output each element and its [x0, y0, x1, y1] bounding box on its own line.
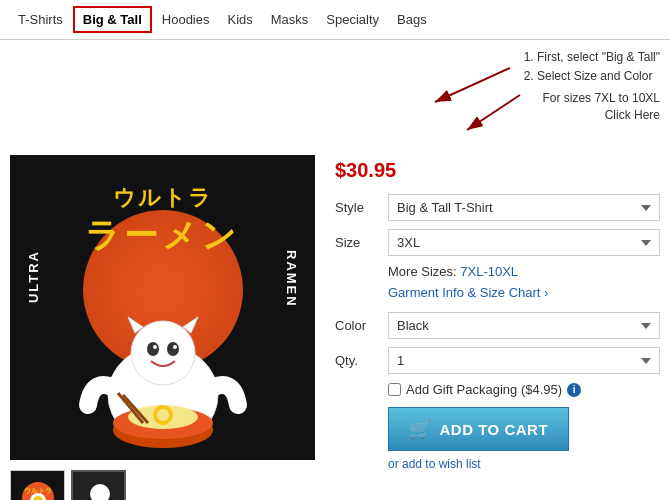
- annotation-sizes-text: For sizes 7XL to 10XL Click Here: [542, 90, 660, 124]
- qty-label: Qty.: [335, 353, 380, 368]
- more-sizes-link[interactable]: More Sizes: 7XL-10XL: [388, 264, 660, 279]
- qty-row: Qty. 12345: [335, 347, 660, 374]
- nav-masks[interactable]: Masks: [263, 8, 317, 31]
- svg-point-5: [131, 321, 195, 385]
- thumbnails: ウルトラ: [10, 470, 126, 500]
- nav-hoodies[interactable]: Hoodies: [154, 8, 218, 31]
- main-product-image: ウルトラ ラーメン ULTRA RAMEN: [10, 155, 315, 460]
- annotation-text: 1. First, select "Big & Tall" 2. Select …: [524, 48, 660, 86]
- gift-label: Add Gift Packaging ($4.95): [406, 382, 562, 397]
- thumbnail-2[interactable]: [71, 470, 126, 500]
- nav-kids[interactable]: Kids: [219, 8, 260, 31]
- more-sizes-value: 7XL-10XL: [460, 264, 518, 279]
- add-to-cart-button[interactable]: 🛒 ADD TO CART: [388, 407, 569, 451]
- image-area: ウルトラ ラーメン ULTRA RAMEN: [10, 155, 320, 500]
- wish-list-link[interactable]: or add to wish list: [388, 457, 660, 471]
- color-row: Color BlackWhiteNavyRed: [335, 312, 660, 339]
- svg-line-1: [467, 95, 520, 130]
- product-details: $30.95 Style Big & Tall T-Shirt Gildan U…: [335, 155, 660, 500]
- svg-point-7: [167, 342, 179, 356]
- size-label: Size: [335, 235, 380, 250]
- qty-select[interactable]: 12345: [388, 347, 660, 374]
- svg-point-9: [173, 345, 177, 349]
- nav-bar: T-Shirts Big & Tall Hoodies Kids Masks S…: [0, 0, 670, 40]
- svg-text:ウルトラ: ウルトラ: [24, 487, 52, 494]
- svg-line-0: [435, 68, 510, 102]
- product-price: $30.95: [335, 159, 660, 182]
- nav-specialty[interactable]: Specialty: [318, 8, 387, 31]
- nav-bags[interactable]: Bags: [389, 8, 435, 31]
- size-select[interactable]: SMLXL 2XL3XL4XL5XL6XL: [388, 229, 660, 256]
- style-select[interactable]: Big & Tall T-Shirt Gildan Ultra Cotton: [388, 194, 660, 221]
- nav-big-tall[interactable]: Big & Tall: [73, 6, 152, 33]
- main-content: ウルトラ ラーメン ULTRA RAMEN: [0, 145, 670, 500]
- color-label: Color: [335, 318, 380, 333]
- annotations-area: 1. First, select "Big & Tall" 2. Select …: [0, 40, 670, 145]
- size-row: Size SMLXL 2XL3XL4XL5XL6XL: [335, 229, 660, 256]
- cart-icon: 🛒: [409, 418, 432, 440]
- svg-point-6: [147, 342, 159, 356]
- style-label: Style: [335, 200, 380, 215]
- gift-row: Add Gift Packaging ($4.95) i: [388, 382, 660, 397]
- nav-tshirts[interactable]: T-Shirts: [10, 8, 71, 31]
- gift-checkbox[interactable]: [388, 383, 401, 396]
- more-sizes-prefix: More Sizes:: [388, 264, 460, 279]
- thumbnail-1[interactable]: ウルトラ: [10, 470, 65, 500]
- color-select[interactable]: BlackWhiteNavyRed: [388, 312, 660, 339]
- style-row: Style Big & Tall T-Shirt Gildan Ultra Co…: [335, 194, 660, 221]
- gift-info-icon[interactable]: i: [567, 383, 581, 397]
- svg-point-16: [157, 409, 169, 421]
- add-to-cart-label: ADD TO CART: [440, 421, 549, 438]
- svg-point-8: [153, 345, 157, 349]
- garment-info-link[interactable]: Garment Info & Size Chart ›: [388, 285, 660, 300]
